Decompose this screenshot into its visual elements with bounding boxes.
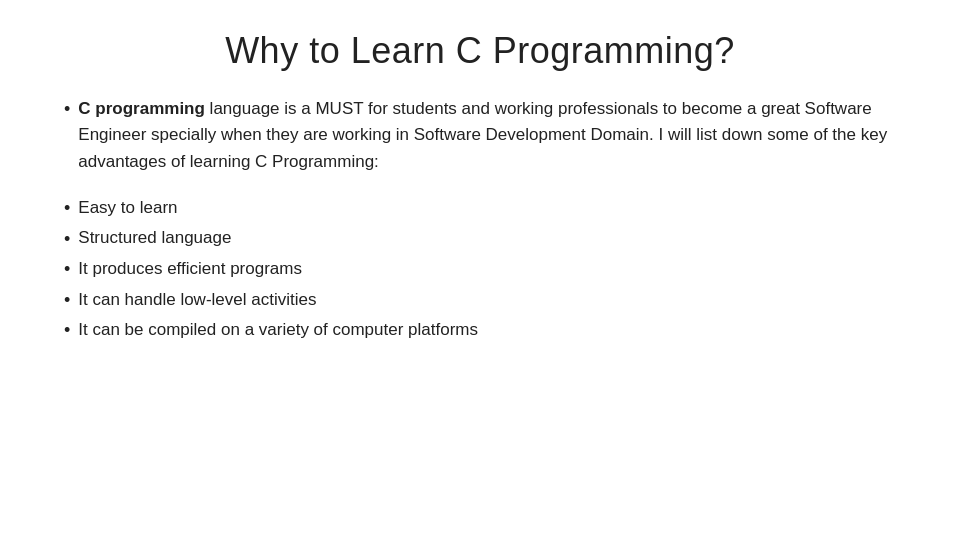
main-bullet-bold: C programming [78,99,205,118]
bullet-item-1: • Easy to learn [60,193,900,224]
bullet-item-3: • It produces efficient programs [60,254,900,285]
main-bullet-text: C programming language is a MUST for stu… [78,96,900,175]
bullet-label-1: Easy to learn [78,194,177,223]
bullet-item-5: • It can be compiled on a variety of com… [60,315,900,346]
bullet-label-4: It can handle low-level activities [78,286,316,315]
bullet-label-3: It produces efficient programs [78,255,302,284]
bullet-dot-4: • [64,285,70,316]
bullet-label-2: Structured language [78,224,231,253]
slide-content: • C programming language is a MUST for s… [60,96,900,346]
bullet-dot-5: • [64,315,70,346]
bullet-dot-1: • [64,193,70,224]
bullet-dot-3: • [64,254,70,285]
main-bullet-dot: • [64,96,70,124]
bullet-item-4: • It can handle low-level activities [60,285,900,316]
bullet-item-2: • Structured language [60,224,900,255]
main-bullet: • C programming language is a MUST for s… [60,96,900,175]
bullet-label-5: It can be compiled on a variety of compu… [78,316,478,345]
bullet-dot-2: • [64,224,70,255]
slide-title: Why to Learn C Programming? [225,30,735,72]
